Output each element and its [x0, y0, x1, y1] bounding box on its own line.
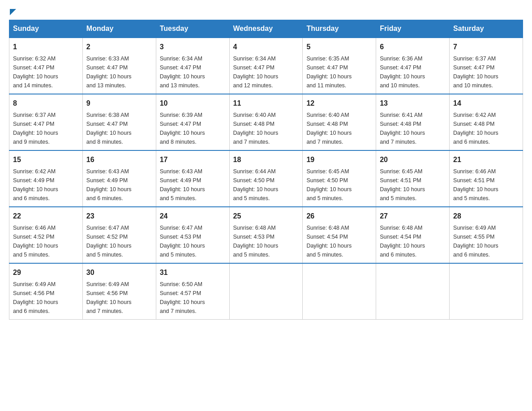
day-info: Sunrise: 6:49 AMSunset: 4:56 PMDaylight:…: [13, 281, 58, 314]
day-number: 31: [160, 267, 226, 278]
day-number: 14: [453, 98, 519, 109]
day-number: 9: [86, 98, 152, 109]
day-number: 12: [306, 98, 372, 109]
calendar-cell: 29 Sunrise: 6:49 AMSunset: 4:56 PMDaylig…: [9, 263, 83, 320]
day-number: 3: [160, 42, 226, 52]
calendar-cell: 30 Sunrise: 6:49 AMSunset: 4:56 PMDaylig…: [82, 263, 156, 320]
day-number: 7: [453, 42, 519, 52]
day-number: 15: [13, 154, 79, 165]
day-info: Sunrise: 6:37 AMSunset: 4:47 PMDaylight:…: [453, 56, 498, 89]
day-number: 27: [380, 211, 446, 222]
day-info: Sunrise: 6:34 AMSunset: 4:47 PMDaylight:…: [233, 56, 279, 89]
calendar-cell: 1 Sunrise: 6:32 AMSunset: 4:47 PMDayligh…: [9, 38, 83, 94]
day-number: 16: [86, 154, 152, 165]
day-info: Sunrise: 6:44 AMSunset: 4:50 PMDaylight:…: [233, 168, 279, 201]
day-info: Sunrise: 6:32 AMSunset: 4:47 PMDaylight:…: [13, 56, 58, 89]
day-info: Sunrise: 6:41 AMSunset: 4:48 PMDaylight:…: [380, 112, 425, 145]
day-info: Sunrise: 6:46 AMSunset: 4:51 PMDaylight:…: [453, 168, 498, 201]
day-number: 28: [453, 211, 519, 222]
weekday-header-tuesday: Tuesday: [156, 20, 229, 38]
logo-triangle-icon: [10, 9, 16, 15]
calendar-cell: 28 Sunrise: 6:49 AMSunset: 4:55 PMDaylig…: [450, 207, 523, 263]
weekday-header-sunday: Sunday: [9, 20, 83, 38]
calendar-cell: 5 Sunrise: 6:35 AMSunset: 4:47 PMDayligh…: [303, 38, 376, 94]
day-number: 29: [13, 267, 79, 278]
calendar-header-row: SundayMondayTuesdayWednesdayThursdayFrid…: [9, 20, 523, 38]
day-info: Sunrise: 6:43 AMSunset: 4:49 PMDaylight:…: [86, 168, 132, 201]
calendar-cell: 18 Sunrise: 6:44 AMSunset: 4:50 PMDaylig…: [229, 150, 303, 207]
day-info: Sunrise: 6:34 AMSunset: 4:47 PMDaylight:…: [160, 56, 205, 89]
logo-row1: [9, 9, 16, 13]
calendar-cell: 24 Sunrise: 6:47 AMSunset: 4:53 PMDaylig…: [156, 207, 229, 263]
calendar-cell: 21 Sunrise: 6:46 AMSunset: 4:51 PMDaylig…: [450, 150, 523, 207]
calendar-week-4: 22 Sunrise: 6:46 AMSunset: 4:52 PMDaylig…: [9, 207, 523, 263]
calendar-week-3: 15 Sunrise: 6:42 AMSunset: 4:49 PMDaylig…: [9, 150, 523, 207]
day-info: Sunrise: 6:47 AMSunset: 4:52 PMDaylight:…: [86, 225, 132, 258]
day-number: 18: [233, 154, 299, 165]
day-info: Sunrise: 6:38 AMSunset: 4:47 PMDaylight:…: [86, 112, 132, 145]
day-number: 17: [160, 154, 226, 165]
weekday-header-friday: Friday: [376, 20, 450, 38]
day-number: 8: [13, 98, 79, 109]
calendar-cell: 27 Sunrise: 6:48 AMSunset: 4:54 PMDaylig…: [376, 207, 450, 263]
day-number: 5: [306, 42, 372, 52]
day-info: Sunrise: 6:45 AMSunset: 4:51 PMDaylight:…: [380, 168, 425, 201]
calendar-cell: 15 Sunrise: 6:42 AMSunset: 4:49 PMDaylig…: [9, 150, 83, 207]
weekday-header-thursday: Thursday: [303, 20, 376, 38]
day-info: Sunrise: 6:36 AMSunset: 4:47 PMDaylight:…: [380, 56, 425, 89]
calendar-cell: 2 Sunrise: 6:33 AMSunset: 4:47 PMDayligh…: [82, 38, 156, 94]
day-info: Sunrise: 6:48 AMSunset: 4:54 PMDaylight:…: [306, 225, 352, 258]
day-info: Sunrise: 6:48 AMSunset: 4:53 PMDaylight:…: [233, 225, 279, 258]
day-number: 30: [86, 267, 152, 278]
calendar-cell: 11 Sunrise: 6:40 AMSunset: 4:48 PMDaylig…: [229, 94, 303, 150]
day-info: Sunrise: 6:48 AMSunset: 4:54 PMDaylight:…: [380, 225, 425, 258]
day-info: Sunrise: 6:35 AMSunset: 4:47 PMDaylight:…: [306, 56, 352, 89]
weekday-header-monday: Monday: [82, 20, 156, 38]
day-number: 4: [233, 42, 299, 52]
day-number: 21: [453, 154, 519, 165]
day-info: Sunrise: 6:40 AMSunset: 4:48 PMDaylight:…: [233, 112, 279, 145]
calendar-cell: 23 Sunrise: 6:47 AMSunset: 4:52 PMDaylig…: [82, 207, 156, 263]
logo: [9, 9, 16, 11]
calendar-cell: 22 Sunrise: 6:46 AMSunset: 4:52 PMDaylig…: [9, 207, 83, 263]
calendar-cell: [376, 263, 450, 320]
calendar-cell: 7 Sunrise: 6:37 AMSunset: 4:47 PMDayligh…: [450, 38, 523, 94]
day-number: 2: [86, 42, 152, 52]
calendar-cell: 6 Sunrise: 6:36 AMSunset: 4:47 PMDayligh…: [376, 38, 450, 94]
calendar-cell: 19 Sunrise: 6:45 AMSunset: 4:50 PMDaylig…: [303, 150, 376, 207]
calendar-cell: 16 Sunrise: 6:43 AMSunset: 4:49 PMDaylig…: [82, 150, 156, 207]
calendar-cell: 3 Sunrise: 6:34 AMSunset: 4:47 PMDayligh…: [156, 38, 229, 94]
day-number: 25: [233, 211, 299, 222]
day-number: 20: [380, 154, 446, 165]
day-info: Sunrise: 6:33 AMSunset: 4:47 PMDaylight:…: [86, 56, 132, 89]
day-info: Sunrise: 6:39 AMSunset: 4:47 PMDaylight:…: [160, 112, 205, 145]
calendar-cell: 8 Sunrise: 6:37 AMSunset: 4:47 PMDayligh…: [9, 94, 83, 150]
day-number: 22: [13, 211, 79, 222]
day-info: Sunrise: 6:42 AMSunset: 4:49 PMDaylight:…: [13, 168, 58, 201]
day-number: 23: [86, 211, 152, 222]
calendar-cell: 17 Sunrise: 6:43 AMSunset: 4:49 PMDaylig…: [156, 150, 229, 207]
weekday-header-saturday: Saturday: [450, 20, 523, 38]
day-number: 10: [160, 98, 226, 109]
calendar-cell: 4 Sunrise: 6:34 AMSunset: 4:47 PMDayligh…: [229, 38, 303, 94]
day-info: Sunrise: 6:47 AMSunset: 4:53 PMDaylight:…: [160, 225, 205, 258]
day-number: 24: [160, 211, 226, 222]
day-info: Sunrise: 6:49 AMSunset: 4:55 PMDaylight:…: [453, 225, 498, 258]
day-info: Sunrise: 6:50 AMSunset: 4:57 PMDaylight:…: [160, 281, 205, 314]
calendar-cell: 26 Sunrise: 6:48 AMSunset: 4:54 PMDaylig…: [303, 207, 376, 263]
day-info: Sunrise: 6:46 AMSunset: 4:52 PMDaylight:…: [13, 225, 58, 258]
calendar-week-2: 8 Sunrise: 6:37 AMSunset: 4:47 PMDayligh…: [9, 94, 523, 150]
calendar-cell: 13 Sunrise: 6:41 AMSunset: 4:48 PMDaylig…: [376, 94, 450, 150]
calendar-cell: 14 Sunrise: 6:42 AMSunset: 4:48 PMDaylig…: [450, 94, 523, 150]
day-info: Sunrise: 6:45 AMSunset: 4:50 PMDaylight:…: [306, 168, 352, 201]
day-number: 6: [380, 42, 446, 52]
calendar-cell: 31 Sunrise: 6:50 AMSunset: 4:57 PMDaylig…: [156, 263, 229, 320]
day-number: 13: [380, 98, 446, 109]
day-number: 26: [306, 211, 372, 222]
day-info: Sunrise: 6:37 AMSunset: 4:47 PMDaylight:…: [13, 112, 58, 145]
calendar-week-1: 1 Sunrise: 6:32 AMSunset: 4:47 PMDayligh…: [9, 38, 523, 94]
calendar-week-5: 29 Sunrise: 6:49 AMSunset: 4:56 PMDaylig…: [9, 263, 523, 320]
day-info: Sunrise: 6:43 AMSunset: 4:49 PMDaylight:…: [160, 168, 205, 201]
calendar-cell: 10 Sunrise: 6:39 AMSunset: 4:47 PMDaylig…: [156, 94, 229, 150]
calendar-table: SundayMondayTuesdayWednesdayThursdayFrid…: [9, 20, 523, 320]
